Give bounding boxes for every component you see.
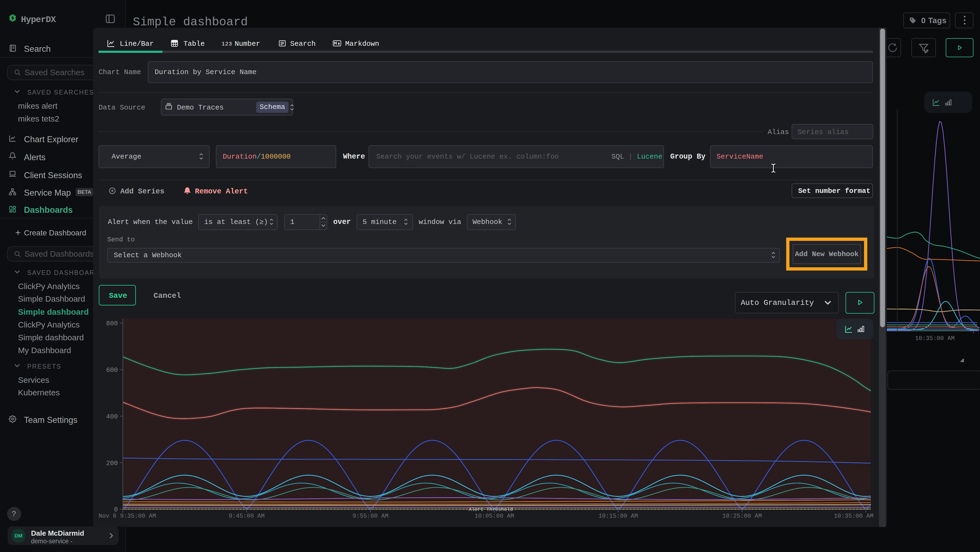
svg-text:Alert Threshold: Alert Threshold: [469, 507, 513, 512]
svg-text:9:45:00 AM: 9:45:00 AM: [229, 513, 265, 520]
svg-text:0: 0: [114, 506, 118, 513]
svg-text:10:25:00 AM: 10:25:00 AM: [722, 513, 762, 520]
svg-text:400: 400: [106, 413, 118, 420]
svg-text:10:35:00 AM: 10:35:00 AM: [915, 335, 955, 342]
svg-text:600: 600: [106, 367, 118, 374]
svg-text:9:55:00 AM: 9:55:00 AM: [353, 513, 388, 520]
svg-text:10:05:00 AM: 10:05:00 AM: [474, 513, 514, 520]
svg-text:10:15:00 AM: 10:15:00 AM: [598, 513, 638, 520]
svg-text:200: 200: [106, 459, 118, 467]
svg-text:10:35:00 AM: 10:35:00 AM: [834, 513, 873, 520]
svg-text:Nov 6 9:35:00 AM: Nov 6 9:35:00 AM: [99, 513, 156, 520]
svg-text:800: 800: [106, 320, 118, 327]
